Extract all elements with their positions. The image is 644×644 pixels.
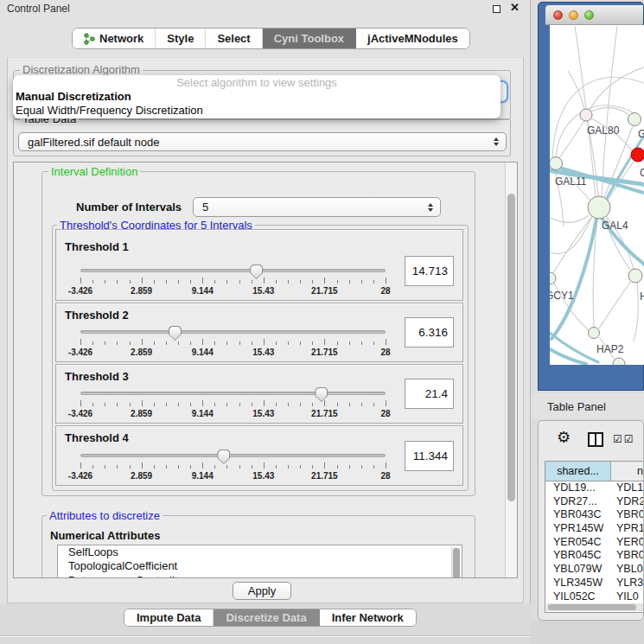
attributes-list-scrollbar[interactable] [451, 547, 461, 578]
slider-track[interactable] [80, 269, 386, 272]
network-node[interactable] [631, 148, 644, 162]
table-data-combobox[interactable]: galFiltered.sif default node [18, 132, 507, 151]
network-node[interactable] [628, 269, 642, 283]
tab-impute-data[interactable]: Impute Data [124, 609, 214, 626]
network-node[interactable] [628, 113, 641, 126]
cell-name[interactable]: YDL1 [611, 481, 644, 495]
algorithm-option-equal-width-frequency[interactable]: Equal Width/Frequency Discretization [13, 104, 501, 118]
tick-label: -3.426 [68, 348, 92, 357]
table-row[interactable]: YBR045CYBR0 [545, 549, 644, 563]
settings-vertical-scrollbar[interactable] [505, 163, 517, 577]
threshold-value-field[interactable]: 14.713 [405, 256, 454, 286]
tab-infer-network[interactable]: Infer Network [320, 609, 416, 626]
table-row[interactable]: YBL079WYBL0 [545, 563, 644, 577]
table-row[interactable]: YBR043CYBR0 [545, 508, 644, 522]
slider-track[interactable] [80, 454, 386, 457]
cell-name[interactable]: YDR2 [611, 495, 644, 509]
table-row[interactable]: YER054CYER0 [545, 536, 644, 550]
network-edge-thick[interactable] [552, 219, 596, 339]
slider-track[interactable] [80, 392, 386, 395]
network-edge[interactable] [559, 121, 584, 158]
slider-track[interactable] [80, 330, 386, 334]
table-row[interactable]: YIL052CYIL0 [545, 590, 644, 604]
network-edge[interactable] [634, 283, 638, 341]
column-header-name[interactable]: na [611, 462, 644, 481]
zoom-traffic-icon[interactable] [584, 10, 594, 20]
column-header-shared-name[interactable]: shared... [545, 462, 611, 481]
network-node[interactable] [613, 358, 625, 365]
bottom-tabbar: Impute Data Discretize Data Infer Networ… [124, 609, 417, 627]
cell-name[interactable]: YIL0 [611, 590, 644, 604]
network-canvas[interactable]: GAL80GACGAL11GAL4GCY1HHAP2 [550, 25, 644, 365]
minimize-traffic-icon[interactable] [569, 10, 578, 20]
tab-discretize-data[interactable]: Discretize Data [214, 609, 319, 626]
select-columns-icon[interactable]: ☑☑ [613, 433, 635, 445]
tab-select[interactable]: Select [206, 29, 262, 48]
cell-name[interactable]: YPR1 [611, 522, 644, 536]
scrollbar-thumb[interactable] [548, 604, 636, 610]
network-edge[interactable] [551, 215, 589, 222]
threshold-value-field[interactable]: 21.4 [405, 379, 454, 409]
tab-jactivemnodules[interactable]: jActiveMNodules [356, 29, 469, 48]
slider-ticks [80, 338, 386, 345]
cell-shared-name[interactable]: YLR345W [545, 577, 611, 590]
attribute-list-item[interactable]: TopologicalCoefficient [58, 559, 462, 573]
numerical-attributes-label: Numerical Attributes [50, 529, 160, 542]
numerical-attributes-list[interactable]: SelfLoopsTopologicalCoefficientBetweenne… [57, 545, 462, 578]
cell-shared-name[interactable]: YIL052C [545, 590, 611, 604]
threshold-value-field[interactable]: 11.344 [405, 441, 454, 471]
node-table[interactable]: shared... na YDL19...YDL1YDR27...YDR2YBR… [545, 461, 644, 613]
network-edge[interactable] [551, 218, 591, 254]
cell-name[interactable]: YER0 [611, 536, 644, 550]
cell-name[interactable]: YBR0 [611, 549, 644, 563]
table-panel-title: Table Panel [547, 400, 606, 413]
cell-shared-name[interactable]: YER054C [545, 536, 611, 550]
number-of-intervals-combobox[interactable]: 5 [193, 197, 441, 217]
table-row[interactable]: YDR27...YDR2 [545, 495, 644, 509]
cell-shared-name[interactable]: YBR045C [545, 549, 611, 563]
cell-shared-name[interactable]: YBL079W [545, 563, 611, 577]
slider-ticks [80, 399, 386, 406]
table-row[interactable]: YDL19...YDL1 [545, 481, 644, 495]
cell-shared-name[interactable]: YBR043C [545, 508, 611, 522]
slider-thumb[interactable] [315, 387, 328, 402]
network-edge[interactable] [599, 281, 631, 328]
split-column-icon[interactable] [588, 432, 603, 447]
table-horizontal-scrollbar[interactable] [546, 603, 643, 611]
algorithm-dropdown-placeholder: Select algorithm to view settings [13, 76, 501, 90]
apply-button[interactable]: Apply [233, 582, 291, 600]
cell-shared-name[interactable]: YDR27... [545, 495, 611, 509]
network-edge-thick[interactable] [550, 349, 586, 364]
stepper-arrows-icon [494, 137, 499, 146]
slider-thumb[interactable] [169, 326, 182, 341]
tab-network[interactable]: Network [73, 29, 156, 48]
algorithm-option-manual-discretization[interactable]: Manual Discretization [13, 90, 501, 104]
network-node[interactable] [550, 272, 556, 284]
tab-cyni-toolbox[interactable]: Cyni Toolbox [263, 29, 356, 48]
cell-name[interactable]: YLR3 [611, 577, 644, 590]
control-panel-titlebar: Control Panel ✕ [0, 0, 530, 17]
network-node[interactable] [589, 328, 600, 339]
threshold-value-field[interactable]: 6.316 [405, 317, 454, 348]
table-row[interactable]: YLR345WYLR3 [545, 577, 644, 590]
tab-style[interactable]: Style [156, 29, 206, 48]
attribute-list-item[interactable]: SelfLoops [58, 545, 462, 559]
network-edge[interactable] [590, 67, 644, 110]
cell-shared-name[interactable]: YPR145W [545, 522, 611, 536]
close-icon[interactable]: ✕ [510, 1, 520, 14]
scrollbar-thumb[interactable] [507, 194, 515, 501]
attribute-list-item[interactable]: BetweennessCentrality [58, 574, 462, 578]
slider-thumb[interactable] [250, 265, 263, 279]
table-row[interactable]: YPR145WYPR1 [545, 522, 644, 536]
float-window-icon[interactable] [493, 5, 501, 13]
close-traffic-icon[interactable] [553, 10, 563, 20]
cell-shared-name[interactable]: YDL19... [545, 481, 611, 495]
network-node[interactable] [550, 157, 563, 170]
network-node-label: H [640, 290, 644, 303]
cell-name[interactable]: YBL0 [611, 563, 644, 577]
network-node[interactable] [580, 109, 592, 121]
gear-icon[interactable]: ⚙ [557, 430, 571, 445]
slider-thumb[interactable] [217, 450, 230, 464]
network-node[interactable] [588, 196, 610, 219]
cell-name[interactable]: YBR0 [611, 508, 644, 522]
